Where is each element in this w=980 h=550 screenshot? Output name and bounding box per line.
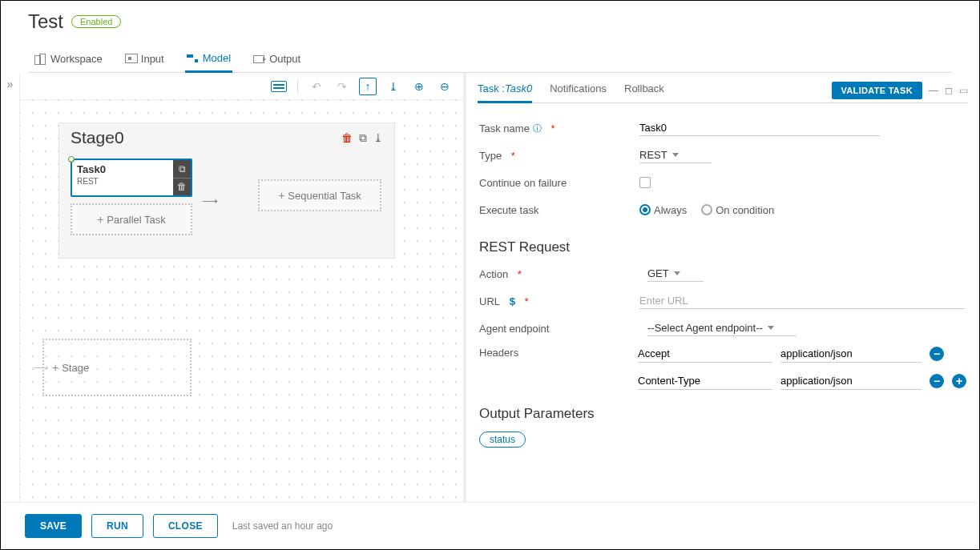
arrow-icon: ⟶	[202, 195, 218, 207]
task-type: REST	[77, 177, 168, 186]
remove-header-button[interactable]: −	[930, 347, 944, 361]
url-input[interactable]	[639, 293, 965, 309]
chevron-down-icon	[674, 271, 680, 275]
continue-on-failure-checkbox[interactable]	[639, 177, 651, 188]
action-label: Action	[479, 268, 508, 280]
tab-workspace[interactable]: Workspace	[33, 48, 104, 71]
redo-button[interactable]: ↷	[333, 78, 351, 95]
delete-task-icon[interactable]: 🗑	[173, 179, 191, 196]
execute-task-label: Execute task	[479, 204, 639, 216]
execute-condition-label: On condition	[716, 204, 774, 216]
task-name-input[interactable]	[639, 120, 880, 136]
variable-icon[interactable]: $	[510, 295, 515, 307]
header-value-input[interactable]	[780, 372, 922, 390]
zoom-out-button[interactable]: ⊖	[436, 78, 454, 95]
maximize-icon[interactable]: ▭	[959, 85, 968, 96]
stage-title: Stage0	[71, 128, 124, 147]
detail-tab-task-prefix: Task :	[478, 82, 505, 94]
execute-on-condition-radio[interactable]	[701, 204, 712, 215]
tab-output-label: Output	[269, 53, 300, 65]
task-card[interactable]: Task0 REST ⧉ 🗑	[71, 159, 192, 197]
minimize-icon[interactable]: —	[929, 85, 938, 96]
workspace-icon	[34, 54, 46, 65]
tab-model-label: Model	[203, 52, 231, 64]
action-value: GET	[647, 267, 669, 279]
keyboard-icon	[271, 81, 287, 92]
task-name: Task0	[77, 163, 168, 175]
tab-workspace-label: Workspace	[50, 53, 103, 65]
plus-icon: +	[97, 213, 103, 226]
required-marker: *	[518, 268, 522, 280]
type-value: REST	[639, 149, 667, 161]
input-icon	[125, 54, 136, 65]
output-icon	[253, 54, 264, 65]
task-name-label: Task name	[479, 122, 530, 134]
required-marker: *	[511, 150, 515, 162]
required-marker: *	[551, 122, 555, 134]
detail-tab-notifications[interactable]: Notifications	[550, 78, 607, 102]
save-button[interactable]: SAVE	[25, 514, 82, 538]
execute-always-radio[interactable]	[639, 204, 651, 215]
tab-input-label: Input	[141, 53, 164, 65]
copy-task-icon[interactable]: ⧉	[173, 160, 191, 179]
header-key-input[interactable]	[638, 372, 772, 390]
collapse-handle[interactable]: »	[1, 73, 20, 502]
detail-tab-task-name: Task0	[505, 82, 532, 94]
header-key-input[interactable]	[638, 345, 772, 363]
remove-header-button[interactable]: −	[930, 374, 944, 388]
header-value-input[interactable]	[780, 345, 922, 363]
delete-stage-icon[interactable]: 🗑	[341, 131, 353, 145]
chevron-down-icon	[768, 326, 774, 330]
action-select[interactable]: GET	[647, 266, 704, 282]
last-saved-text: Last saved an hour ago	[232, 520, 333, 532]
detail-tab-rollback[interactable]: Rollback	[624, 78, 664, 102]
ph-stage-label: Stage	[62, 362, 89, 374]
restore-icon[interactable]: ◻	[945, 85, 953, 96]
info-icon[interactable]: ⓘ	[533, 122, 542, 134]
output-param-chip[interactable]: status	[479, 432, 526, 448]
agent-endpoint-label: Agent endpoint	[479, 323, 639, 335]
add-parallel-task[interactable]: +Parallel Task	[71, 203, 192, 235]
collapse-stage-icon[interactable]: ⤓	[373, 131, 383, 145]
url-label: URL	[479, 295, 500, 307]
headers-label: Headers	[479, 342, 631, 359]
main-tabs: Workspace Input Model Output	[28, 47, 952, 73]
add-sequential-task[interactable]: +Sequential Task	[258, 179, 381, 211]
task-status-icon	[68, 156, 75, 163]
execute-always-label: Always	[654, 204, 687, 216]
tab-output[interactable]: Output	[252, 48, 302, 71]
copy-stage-icon[interactable]: ⧉	[359, 131, 367, 145]
type-label: Type	[479, 150, 502, 162]
tab-input[interactable]: Input	[123, 48, 166, 71]
close-button[interactable]: CLOSE	[153, 514, 218, 538]
keyboard-button[interactable]	[270, 78, 288, 95]
chevron-down-icon	[672, 153, 679, 157]
agent-endpoint-value: --Select Agent endpoint--	[647, 322, 763, 334]
undo-button[interactable]: ↶	[308, 78, 325, 95]
pipeline-canvas[interactable]: Stage0 🗑 ⧉ ⤓ Task0 REST	[20, 100, 463, 502]
plus-icon: +	[52, 361, 58, 374]
add-header-button[interactable]: +	[952, 374, 966, 388]
required-marker: *	[525, 295, 529, 307]
run-button[interactable]: RUN	[91, 514, 143, 538]
detail-tab-task[interactable]: Task :Task0	[478, 78, 532, 103]
stage-container[interactable]: Stage0 🗑 ⧉ ⤓ Task0 REST	[58, 122, 395, 259]
zoom-in-button[interactable]: ⊕	[410, 78, 428, 95]
plus-icon: +	[278, 189, 284, 202]
canvas-toolbar: ↶ ↷ ↑ ⤓ ⊕ ⊖	[20, 73, 463, 100]
type-select[interactable]: REST	[639, 147, 712, 163]
status-badge: Enabled	[71, 15, 121, 28]
continue-on-failure-label: Continue on failure	[479, 177, 639, 189]
validate-task-button[interactable]: VALIDATE TASK	[832, 82, 922, 99]
ph-seq-label: Sequential Task	[288, 190, 361, 202]
rest-request-heading: REST Request	[479, 239, 966, 255]
add-stage[interactable]: +Stage	[42, 339, 192, 396]
expand-up-button[interactable]: ↑	[359, 78, 377, 95]
ph-parallel-label: Parallel Task	[107, 214, 165, 226]
tab-model[interactable]: Model	[185, 47, 232, 73]
download-button[interactable]: ⤓	[385, 78, 402, 95]
page-title: Test	[28, 10, 63, 33]
agent-endpoint-select[interactable]: --Select Agent endpoint--	[647, 320, 797, 336]
model-icon	[187, 53, 198, 64]
output-parameters-heading: Output Parameters	[479, 406, 966, 422]
